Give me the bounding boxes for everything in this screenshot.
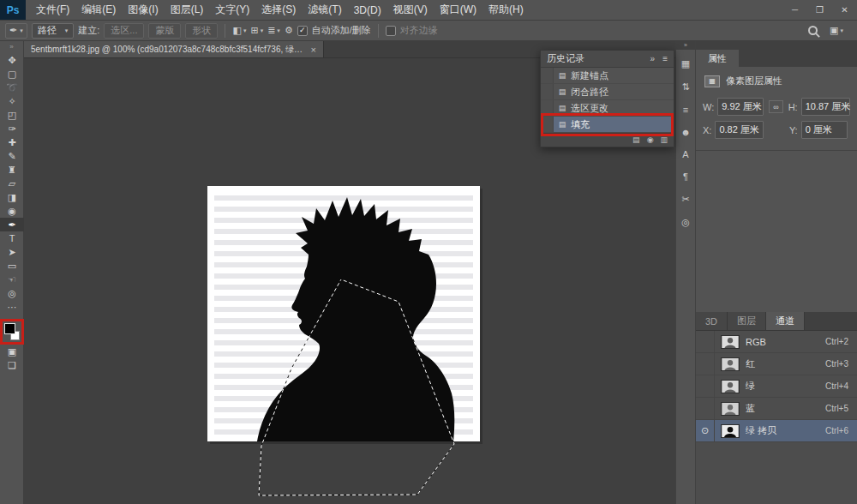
eraser-tool-icon[interactable]: ▱	[0, 177, 24, 190]
menu-3d[interactable]: 3D(D)	[348, 4, 387, 16]
new-snapshot-icon[interactable]: ◉	[647, 136, 654, 144]
history-item-close-path[interactable]: ▤ 闭合路径	[541, 84, 674, 100]
history-item-label: 填充	[571, 118, 590, 131]
menu-select[interactable]: 选择(S)	[255, 3, 302, 17]
eyedropper-tool-icon[interactable]: ✑	[0, 122, 24, 135]
path-alignment-dropdown[interactable]: ⊞ ▾	[250, 26, 263, 35]
tool-mode-dropdown[interactable]: 路径 ▾	[32, 23, 75, 39]
close-tab-icon[interactable]: ×	[311, 45, 316, 55]
channel-row-rgb[interactable]: RGB Ctrl+2	[696, 331, 857, 353]
y-value[interactable]: 0 厘米	[801, 121, 848, 139]
eye-icon[interactable]: ⊙	[696, 420, 715, 441]
history-item-selection-change[interactable]: ▤ 选区更改	[541, 100, 674, 117]
move-tool-icon[interactable]: ✥	[0, 53, 24, 67]
collapse-panel-icon[interactable]: »	[650, 54, 656, 63]
menu-help[interactable]: 帮助(H)	[482, 3, 530, 17]
channel-name: 绿	[746, 380, 825, 393]
history-source-column[interactable]	[541, 84, 554, 99]
auto-add-checkbox[interactable]: ✓	[297, 26, 308, 36]
photoshop-logo-icon: Ps	[0, 0, 26, 20]
visibility-toggle[interactable]	[696, 398, 715, 419]
close-button[interactable]: ✕	[832, 0, 857, 20]
navigator-panel-icon[interactable]: ▦	[675, 58, 696, 69]
path-selection-tool-icon[interactable]: ➤	[0, 245, 24, 259]
menu-image[interactable]: 图像(I)	[122, 3, 164, 17]
gear-icon[interactable]: ⚙	[285, 26, 293, 35]
channel-row-red[interactable]: 红 Ctrl+3	[696, 353, 857, 375]
path-operations-dropdown[interactable]: ◧ ▾	[232, 26, 246, 35]
tab-channels[interactable]: 通道	[766, 312, 805, 330]
link-dimensions-icon[interactable]: ∞	[769, 100, 782, 113]
delete-state-icon[interactable]: ▥	[660, 136, 668, 144]
history-source-column[interactable]	[541, 100, 554, 116]
x-value[interactable]: 0.82 厘米	[715, 121, 763, 139]
marquee-tool-icon[interactable]: ▢	[0, 67, 24, 81]
panel-menu-icon[interactable]: ≡	[662, 54, 668, 63]
search-icon[interactable]	[808, 26, 818, 35]
width-value[interactable]: 9.92 厘米	[717, 98, 764, 116]
tab-3d[interactable]: 3D	[696, 312, 728, 330]
make-shape-button[interactable]: 形状	[185, 23, 218, 39]
menu-edit[interactable]: 编辑(E)	[75, 3, 122, 17]
rectangle-tool-icon[interactable]: ▭	[0, 259, 24, 273]
blur-tool-icon[interactable]: ◉	[0, 204, 24, 218]
libraries-panel-icon[interactable]: ◎	[675, 217, 696, 228]
collapse-tools-icon[interactable]: »	[0, 41, 23, 53]
healing-brush-tool-icon[interactable]: ✚	[0, 135, 24, 149]
menu-file[interactable]: 文件(F)	[30, 3, 75, 17]
menu-view[interactable]: 视图(V)	[387, 3, 434, 17]
history-source-column[interactable]	[541, 68, 554, 83]
foreground-color-swatch[interactable]	[4, 323, 15, 334]
make-mask-button[interactable]: 蒙版	[148, 23, 181, 39]
new-document-from-state-icon[interactable]: ▤	[632, 136, 640, 144]
tab-layers[interactable]: 图层	[728, 312, 766, 330]
brush-tool-icon[interactable]: ✎	[0, 149, 24, 163]
quick-selection-tool-icon[interactable]: ✧	[0, 94, 24, 108]
lasso-tool-icon[interactable]: ➰	[0, 81, 24, 94]
menu-filter[interactable]: 滤镜(T)	[302, 3, 347, 17]
character-panel-icon[interactable]: A	[675, 149, 696, 159]
type-tool-icon[interactable]: T	[0, 231, 24, 245]
channel-shortcut: Ctrl+5	[825, 404, 857, 413]
restore-button[interactable]: ❐	[807, 0, 832, 20]
edit-toolbar-icon[interactable]: ⋯	[0, 300, 24, 314]
zoom-tool-icon[interactable]: ◎	[0, 286, 24, 300]
document-tab[interactable]: 5entbmrft1k28.jpg @ 100% (cd9a012073a8c7…	[24, 41, 324, 57]
adjustments-panel-icon[interactable]: ☻	[675, 127, 696, 137]
chevron-down-icon: ▾	[261, 27, 264, 33]
history-source-column[interactable]	[541, 117, 554, 132]
clone-stamp-tool-icon[interactable]: ♜	[0, 163, 24, 177]
expand-panels-icon[interactable]: »	[676, 41, 695, 50]
quick-mask-icon[interactable]: ▣	[0, 345, 24, 358]
notes-panel-icon[interactable]: ✂	[675, 194, 696, 205]
tool-preset-dropdown[interactable]: ✒ ▾	[5, 23, 27, 39]
crop-tool-icon[interactable]: ◰	[0, 108, 24, 122]
history-item-new-anchor[interactable]: ▤ 新建锚点	[541, 68, 674, 84]
histogram-panel-icon[interactable]: ⇅	[675, 81, 696, 93]
visibility-toggle[interactable]	[696, 375, 715, 397]
screen-mode-icon[interactable]: ❏	[0, 358, 24, 372]
menu-type[interactable]: 文字(Y)	[209, 3, 255, 17]
gradient-tool-icon[interactable]: ◨	[0, 190, 24, 204]
hand-tool-icon[interactable]: ☜	[0, 273, 24, 286]
photoshop-window: Ps 文件(F) 编辑(E) 图像(I) 图层(L) 文字(Y) 选择(S) 滤…	[0, 0, 857, 504]
tab-properties[interactable]: 属性	[696, 50, 739, 67]
channel-row-green-copy[interactable]: ⊙ 绿 拷贝 Ctrl+6	[696, 420, 857, 442]
height-value[interactable]: 10.87 厘米	[801, 98, 850, 116]
make-selection-button[interactable]: 选区...	[104, 23, 144, 39]
info-panel-icon[interactable]: ≡	[675, 105, 696, 115]
path-arrange-dropdown[interactable]: ≣ ▾	[267, 26, 280, 35]
menu-layer[interactable]: 图层(L)	[165, 3, 210, 17]
align-edges-checkbox[interactable]	[386, 26, 396, 36]
channel-row-green[interactable]: 绿 Ctrl+4	[696, 375, 857, 398]
pen-tool-icon[interactable]: ✒	[0, 218, 24, 231]
visibility-toggle[interactable]	[696, 331, 715, 352]
minimize-button[interactable]: ─	[782, 0, 807, 20]
workspace-switcher[interactable]: ▣ ▾	[830, 26, 843, 35]
channel-row-blue[interactable]: 蓝 Ctrl+5	[696, 398, 857, 420]
workspace-icon: ▣	[830, 26, 838, 35]
history-item-fill[interactable]: ▤ 填充	[541, 117, 674, 133]
visibility-toggle[interactable]	[696, 353, 715, 375]
menu-window[interactable]: 窗口(W)	[434, 3, 482, 17]
paragraph-panel-icon[interactable]: ¶	[675, 171, 696, 182]
